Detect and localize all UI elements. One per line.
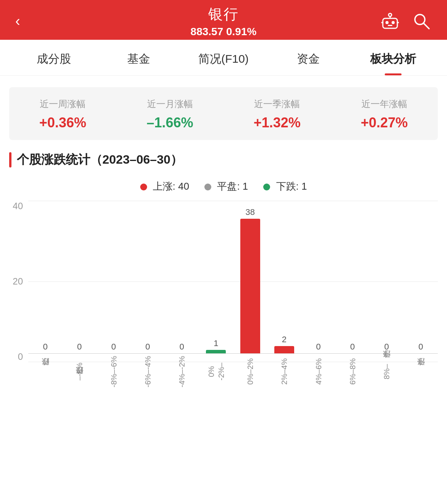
legend-down: 下跌: 1 bbox=[263, 180, 307, 193]
legend-flat-label: 平盘: 1 bbox=[217, 180, 248, 192]
section-title-text: 个股涨跌统计（2023–06–30） bbox=[17, 151, 183, 168]
tab-fund[interactable]: 基金 bbox=[96, 40, 181, 75]
header: ‹ 银行 883.57 0.91% bbox=[0, 0, 447, 40]
svg-rect-3 bbox=[388, 25, 392, 26]
y-label-0: 0 bbox=[18, 351, 23, 362]
x-label-9: 6%–8% bbox=[335, 358, 369, 385]
bar-value-8: 0 bbox=[316, 342, 321, 352]
section-title: 个股涨跌统计（2023–06–30） bbox=[9, 151, 438, 168]
stat-week: 近一周涨幅 +0.36% bbox=[9, 98, 117, 131]
x-label-5: -2%–0% bbox=[199, 358, 233, 385]
x-label-3: -6%–-4% bbox=[131, 358, 165, 385]
chart-container: 40 20 0 0000013820000 跌停跌停–-8%-8%–-6%-6%… bbox=[0, 201, 447, 393]
svg-line-9 bbox=[424, 23, 429, 29]
x-label-7: 2%–4% bbox=[267, 358, 301, 385]
bar-group-5: 1 bbox=[199, 201, 233, 353]
y-label-20: 20 bbox=[13, 276, 23, 287]
legend-flat: 平盘: 1 bbox=[204, 180, 248, 193]
search-icon[interactable] bbox=[411, 11, 432, 31]
stats-row: 近一周涨幅 +0.36% 近一月涨幅 –1.66% 近一季涨幅 +1.32% 近… bbox=[9, 87, 438, 140]
x-label-2: -8%–-6% bbox=[97, 358, 131, 385]
svg-point-5 bbox=[389, 13, 392, 16]
stat-quarter: 近一季涨幅 +1.32% bbox=[223, 98, 331, 131]
bar-value-9: 0 bbox=[350, 342, 355, 352]
stat-week-value: +0.36% bbox=[9, 115, 117, 131]
chart-legend: 上涨: 40 平盘: 1 下跌: 1 bbox=[0, 180, 447, 193]
y-label-40: 40 bbox=[13, 201, 23, 211]
stat-quarter-value: +1.32% bbox=[223, 115, 331, 131]
svg-point-2 bbox=[392, 21, 395, 24]
x-label-8: 4%–6% bbox=[301, 358, 335, 385]
legend-flat-dot bbox=[204, 184, 211, 190]
stat-month-label: 近一月涨幅 bbox=[117, 98, 224, 110]
header-subtitle: 883.57 0.91% bbox=[191, 26, 257, 38]
bar-rect-7 bbox=[274, 346, 294, 353]
tab-capital[interactable]: 资金 bbox=[266, 40, 351, 75]
bar-value-0: 0 bbox=[43, 342, 48, 352]
header-center: 银行 883.57 0.91% bbox=[191, 5, 257, 38]
back-button[interactable]: ‹ bbox=[15, 14, 20, 28]
stat-year: 近一年涨幅 +0.27% bbox=[331, 98, 438, 131]
bar-value-11: 0 bbox=[418, 342, 423, 352]
bars-area: 0000013820000 bbox=[28, 201, 438, 354]
svg-point-1 bbox=[385, 21, 389, 24]
tab-analysis[interactable]: 板块分析 bbox=[351, 40, 436, 75]
x-label-6: 0%–2% bbox=[233, 358, 267, 385]
legend-up-dot bbox=[140, 184, 147, 190]
legend-down-label: 下跌: 1 bbox=[276, 180, 307, 192]
x-label-4: -4%–-2% bbox=[165, 358, 199, 385]
robot-icon[interactable] bbox=[380, 11, 400, 31]
bar-group-3: 0 bbox=[131, 201, 165, 353]
bar-value-10: 0 bbox=[384, 342, 389, 352]
stat-month: 近一月涨幅 –1.66% bbox=[117, 98, 224, 131]
bar-group-2: 0 bbox=[97, 201, 131, 353]
page-title: 银行 bbox=[191, 5, 257, 24]
bar-group-4: 0 bbox=[165, 201, 199, 353]
bar-rect-5 bbox=[206, 350, 226, 353]
legend-up: 上涨: 40 bbox=[140, 180, 189, 193]
chart-inner: 0000013820000 跌停跌停–-8%-8%–-6%-6%–-4%-4%–… bbox=[28, 201, 438, 385]
x-labels: 跌停跌停–-8%-8%–-6%-6%–-4%-4%–-2%-2%–0%0%–2%… bbox=[28, 357, 438, 385]
bar-group-11: 0 bbox=[404, 201, 438, 353]
bar-rect-6 bbox=[240, 219, 260, 353]
bar-group-6: 38 bbox=[233, 201, 267, 353]
bar-group-9: 0 bbox=[335, 201, 369, 353]
bar-value-7: 2 bbox=[282, 335, 287, 345]
stat-month-value: –1.66% bbox=[117, 115, 224, 131]
bar-value-4: 0 bbox=[180, 342, 184, 352]
chart-area: 40 20 0 0000013820000 跌停跌停–-8%-8%–-6%-6%… bbox=[9, 201, 438, 385]
bar-group-7: 2 bbox=[267, 201, 301, 353]
stat-year-value: +0.27% bbox=[331, 115, 438, 131]
tab-overview[interactable]: 简况(F10) bbox=[181, 40, 266, 75]
x-label-10: 8%–涨停 bbox=[369, 358, 403, 385]
legend-up-label: 上涨: 40 bbox=[153, 180, 189, 192]
section-title-bar bbox=[9, 152, 11, 167]
legend-down-dot bbox=[263, 184, 270, 190]
tab-constituent[interactable]: 成分股 bbox=[11, 40, 96, 75]
bar-value-3: 0 bbox=[146, 342, 150, 352]
stat-year-label: 近一年涨幅 bbox=[331, 98, 438, 110]
bar-value-2: 0 bbox=[111, 342, 116, 352]
bar-group-0: 0 bbox=[28, 201, 62, 353]
x-label-11: 涨停 bbox=[404, 358, 438, 385]
x-label-0: 跌停 bbox=[28, 358, 62, 385]
bar-value-6: 38 bbox=[245, 207, 254, 217]
tabs-bar: 成分股 基金 简况(F10) 资金 板块分析 bbox=[0, 40, 447, 76]
y-axis: 40 20 0 bbox=[9, 201, 28, 385]
bar-value-5: 1 bbox=[214, 338, 218, 348]
stat-quarter-label: 近一季涨幅 bbox=[223, 98, 331, 110]
bar-value-1: 0 bbox=[77, 342, 82, 352]
header-icons bbox=[380, 11, 432, 31]
x-label-1: 跌停–-8% bbox=[62, 358, 96, 385]
bar-group-10: 0 bbox=[369, 201, 403, 353]
stat-week-label: 近一周涨幅 bbox=[9, 98, 117, 110]
bar-group-8: 0 bbox=[301, 201, 335, 353]
bar-group-1: 0 bbox=[62, 201, 96, 353]
svg-rect-0 bbox=[383, 18, 397, 28]
